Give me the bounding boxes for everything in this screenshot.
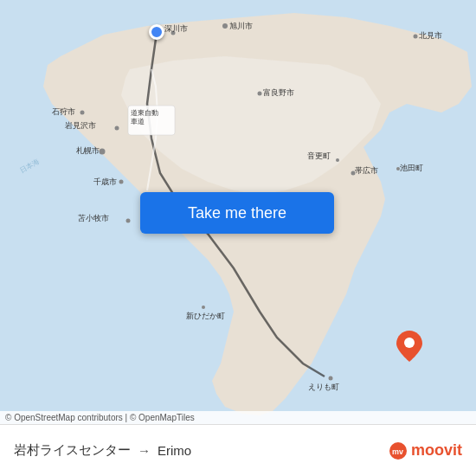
svg-text:深川市: 深川市 xyxy=(164,24,188,33)
map-attribution: © OpenStreetMap contributors | © OpenMap… xyxy=(0,411,476,424)
button-label: Take me there xyxy=(188,204,286,222)
svg-text:岩見沢市: 岩見沢市 xyxy=(65,121,96,130)
moovit-icon: mv xyxy=(389,441,408,460)
svg-point-20 xyxy=(119,180,124,184)
svg-point-9 xyxy=(80,111,85,115)
svg-text:池田町: 池田町 xyxy=(400,164,423,172)
start-marker xyxy=(149,24,164,40)
bottom-bar: 岩村ライスセンター → Erimo mv moovit xyxy=(0,424,476,476)
route-from-label: 岩村ライスセンター xyxy=(14,442,131,459)
svg-point-22 xyxy=(336,158,339,162)
svg-point-3 xyxy=(222,23,228,29)
svg-text:苫小牧市: 苫小牧市 xyxy=(78,214,109,222)
svg-point-28 xyxy=(126,219,131,223)
take-me-there-button[interactable]: Take me there xyxy=(140,192,334,234)
route-to-label: Erimo xyxy=(158,443,191,458)
svg-text:石狩市: 石狩市 xyxy=(52,107,75,116)
svg-point-32 xyxy=(329,376,333,381)
svg-point-13 xyxy=(258,92,262,96)
svg-text:北見市: 北見市 xyxy=(419,31,442,40)
svg-point-7 xyxy=(414,35,418,39)
moovit-logo: mv moovit xyxy=(389,441,462,460)
route-arrow: → xyxy=(138,443,151,458)
map-container: 旭川市 深川市 北見市 石狩市 岩見沢市 富良野市 道東自動 車道 札幌市 千歳… xyxy=(0,0,476,424)
svg-text:旭川市: 旭川市 xyxy=(229,22,253,30)
svg-point-30 xyxy=(202,306,205,309)
svg-text:mv: mv xyxy=(392,447,403,456)
svg-point-18 xyxy=(100,149,106,155)
attribution-text: © OpenStreetMap contributors | © OpenMap… xyxy=(5,413,195,422)
svg-text:新ひだか町: 新ひだか町 xyxy=(186,312,225,320)
svg-text:富良野市: 富良野市 xyxy=(263,88,294,97)
svg-text:札幌市: 札幌市 xyxy=(76,146,100,155)
svg-text:えりも町: えりも町 xyxy=(308,383,339,391)
svg-text:車道: 車道 xyxy=(131,118,145,125)
svg-point-11 xyxy=(115,126,119,131)
moovit-text: moovit xyxy=(411,441,462,460)
svg-text:帯広市: 帯広市 xyxy=(355,166,378,175)
svg-point-35 xyxy=(404,338,415,348)
svg-text:道東自動: 道東自動 xyxy=(131,109,158,117)
svg-text:千歳市: 千歳市 xyxy=(93,177,117,186)
svg-text:音更町: 音更町 xyxy=(307,151,331,160)
end-marker xyxy=(396,331,422,365)
